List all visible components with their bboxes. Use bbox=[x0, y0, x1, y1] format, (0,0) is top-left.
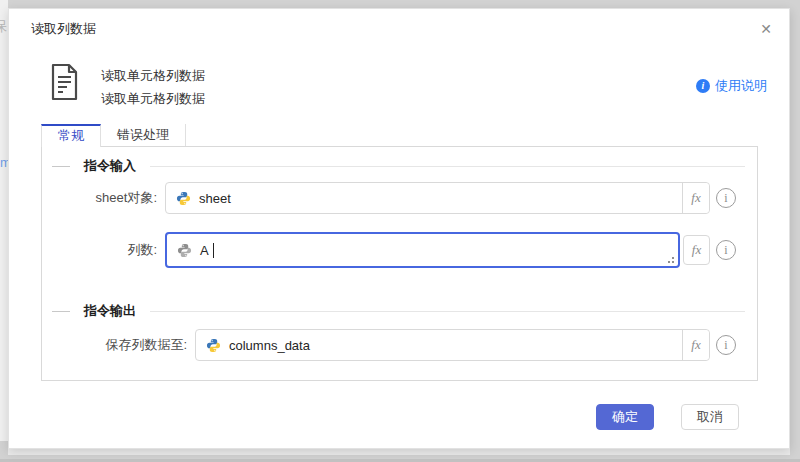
sheet-object-input-group: sheet fx bbox=[165, 182, 710, 214]
python-icon bbox=[206, 338, 221, 353]
save-target-input[interactable]: columns_data bbox=[196, 330, 682, 360]
document-icon bbox=[49, 63, 79, 101]
python-icon bbox=[176, 191, 191, 206]
form-row-save-target: 保存列数据至: columns_data fx i bbox=[52, 329, 736, 361]
section-divider bbox=[150, 166, 745, 167]
dialog-titlebar: 读取列数据 ✕ bbox=[9, 9, 789, 49]
dialog-title: 读取列数据 bbox=[31, 20, 96, 38]
form-row-sheet-object: sheet对象: sheet fx i bbox=[52, 182, 736, 214]
dialog-read-column-data: 读取列数据 ✕ 读取单元格列数据 读取单元格列数据 i 使用说明 常规 错误处理… bbox=[8, 8, 790, 449]
background-page-fragment: 保 m bbox=[0, 0, 8, 441]
column-input-focused[interactable]: A bbox=[165, 232, 680, 268]
field-label: sheet对象: bbox=[52, 189, 157, 207]
info-icon: i bbox=[696, 79, 710, 93]
background-text-fragment: 保 bbox=[0, 18, 7, 36]
help-link-label: 使用说明 bbox=[715, 77, 767, 95]
field-label: 列数: bbox=[52, 241, 157, 259]
section-title: 指令输出 bbox=[84, 302, 136, 320]
section-dash bbox=[52, 311, 70, 312]
tab-panel-general: 指令输入 sheet对象: sheet fx i 列数: bbox=[41, 146, 758, 381]
instruction-description: 读取单元格列数据 bbox=[101, 90, 205, 108]
section-dash bbox=[52, 166, 70, 167]
save-target-input-group: columns_data fx bbox=[195, 329, 710, 361]
cancel-button[interactable]: 取消 bbox=[681, 404, 739, 430]
ok-button[interactable]: 确定 bbox=[596, 404, 654, 430]
tab-error-handling[interactable]: 错误处理 bbox=[101, 124, 186, 146]
info-icon[interactable]: i bbox=[716, 240, 736, 260]
field-value: sheet bbox=[199, 191, 231, 206]
close-icon[interactable]: ✕ bbox=[756, 19, 776, 39]
form-row-column: 列数: A fx i bbox=[52, 232, 736, 268]
section-header-output: 指令输出 bbox=[52, 302, 745, 320]
help-link[interactable]: i 使用说明 bbox=[696, 77, 767, 95]
resize-grip[interactable] bbox=[667, 256, 674, 263]
background-text-fragment: m bbox=[0, 155, 8, 170]
fx-expression-button[interactable]: fx bbox=[683, 235, 710, 265]
field-value: columns_data bbox=[229, 338, 310, 353]
background-band bbox=[8, 449, 790, 455]
tab-bar: 常规 错误处理 bbox=[41, 124, 186, 147]
field-value: A bbox=[200, 243, 209, 258]
instruction-name: 读取单元格列数据 bbox=[101, 67, 205, 85]
section-divider bbox=[150, 311, 745, 312]
text-caret bbox=[213, 243, 214, 258]
sheet-object-input[interactable]: sheet bbox=[166, 183, 682, 213]
field-label: 保存列数据至: bbox=[52, 336, 187, 354]
column-input-group: A fx bbox=[165, 232, 710, 268]
python-icon-gray bbox=[177, 243, 192, 258]
section-header-input: 指令输入 bbox=[52, 157, 745, 175]
info-icon[interactable]: i bbox=[716, 188, 736, 208]
fx-expression-button[interactable]: fx bbox=[682, 183, 709, 213]
section-title: 指令输入 bbox=[84, 157, 136, 175]
tab-general[interactable]: 常规 bbox=[41, 124, 101, 147]
fx-expression-button[interactable]: fx bbox=[682, 330, 709, 360]
info-icon[interactable]: i bbox=[716, 335, 736, 355]
